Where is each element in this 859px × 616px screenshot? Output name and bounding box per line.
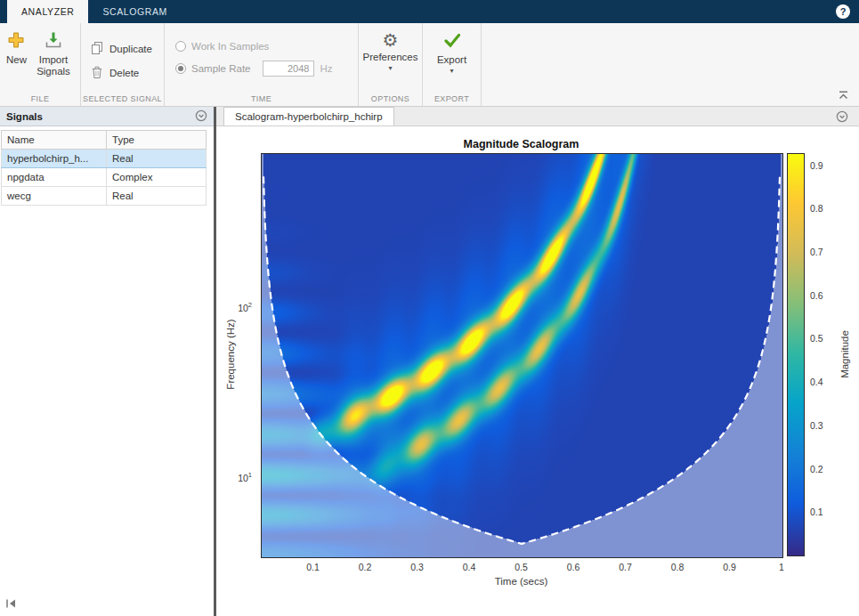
signal-name-cell[interactable]: hyperbolchirp_h... [2, 150, 107, 168]
x-tick-labels: 0.10.20.30.40.50.60.70.80.91 [261, 562, 782, 574]
sample-rate-label: Sample Rate [191, 63, 250, 74]
duplicate-button[interactable]: Duplicate [90, 41, 164, 57]
section-label-options: OPTIONS [359, 94, 422, 103]
import-arrow-icon [44, 30, 63, 53]
work-in-samples-radio[interactable] [175, 41, 186, 52]
signals-panel-header: Signals [0, 107, 214, 126]
collapse-panel-icon[interactable] [5, 598, 17, 612]
sample-rate-row: Sample Rate Hz [175, 61, 358, 77]
section-label-export: EXPORT [423, 94, 481, 103]
preferences-dropdown-icon: ▾ [388, 65, 392, 72]
y-tick-label: 101 [238, 471, 252, 483]
work-in-samples-label: Work In Samples [191, 41, 269, 52]
colorbar-tick-label: 0.5 [810, 333, 823, 344]
x-tick-label: 0.3 [410, 562, 424, 572]
work-in-samples-row: Work In Samples [175, 41, 358, 52]
duplicate-icon [90, 41, 104, 57]
table-row[interactable]: npgdata Complex [2, 168, 207, 187]
colorbar-label: Magnitude [839, 330, 850, 378]
colorbar-tick-label: 0.1 [810, 507, 823, 517]
signals-table-header-row: Name Type [2, 131, 207, 150]
x-axis-label: Time (secs) [261, 576, 782, 587]
x-tick-label: 0.2 [359, 562, 372, 572]
delete-button[interactable]: Delete [90, 65, 164, 81]
x-tick-label: 0.8 [671, 562, 685, 572]
colorbar-tick-label: 0.2 [810, 464, 823, 474]
toolstrip-section-time: Work In Samples Sample Rate Hz TIME [165, 23, 359, 106]
signal-type-cell[interactable]: Real [107, 150, 207, 168]
toolstrip-filler [482, 23, 859, 106]
colorbar-tick-label: 0.6 [810, 290, 823, 301]
x-tick-label: 0.4 [463, 562, 476, 572]
colorbar-tick-label: 0.9 [810, 160, 823, 171]
toolstrip-tab-bar: ANALYZER SCALOGRAM ? [0, 0, 859, 23]
table-row[interactable]: hyperbolchirp_h... Real [2, 150, 207, 168]
toolstrip-section-selected-signal: Duplicate Delete SELECTED SIGNAL [81, 23, 165, 106]
document-panel-menu-icon[interactable] [836, 110, 848, 126]
trash-icon [90, 65, 104, 81]
x-tick-label: 0.1 [306, 562, 320, 572]
section-label-selected-signal: SELECTED SIGNAL [81, 94, 164, 103]
sample-rate-radio[interactable] [175, 63, 186, 74]
plot-region: Magnitude Scalogram Frequency (Hz) 10110… [216, 126, 859, 616]
toolstrip-section-file: New Import Signals FILE [0, 23, 81, 106]
signals-panel-menu-icon[interactable] [195, 109, 207, 124]
signals-panel-title: Signals [6, 111, 43, 122]
app-window: ANALYZER SCALOGRAM ? New Import Signals [0, 0, 859, 616]
section-label-file: FILE [0, 94, 80, 103]
y-tick-labels: 101102 [216, 153, 257, 556]
colorbar-tick-label: 0.3 [810, 420, 823, 431]
section-label-time: TIME [165, 94, 358, 103]
duplicate-label: Duplicate [109, 44, 152, 54]
export-label: Export [437, 54, 466, 66]
tab-analyzer[interactable]: ANALYZER [7, 0, 88, 23]
help-button[interactable]: ? [836, 4, 850, 19]
main-area: Signals Name Type hyperbolchirp_h... Rea… [0, 107, 859, 616]
colorbar-tick-labels: 0.10.20.30.40.50.60.70.80.9 [810, 153, 840, 556]
column-header-type[interactable]: Type [107, 131, 207, 150]
tab-scalogram-document[interactable]: Scalogram-hyperbolchirp_hchirp [223, 107, 394, 126]
x-tick-label: 1 [779, 562, 784, 572]
tab-scalogram[interactable]: SCALOGRAM [88, 0, 182, 23]
preferences-label: Preferences [362, 52, 417, 63]
colorbar-tick-label: 0.4 [810, 377, 823, 387]
sample-rate-input[interactable] [263, 61, 314, 77]
collapse-toolstrip-icon[interactable] [839, 90, 848, 102]
toolstrip: New Import Signals FILE [0, 23, 859, 107]
colorbar-gradient [787, 153, 805, 556]
signals-panel: Signals Name Type hyperbolchirp_h... Rea… [0, 107, 214, 616]
x-tick-label: 0.5 [515, 562, 528, 572]
signals-table: Name Type hyperbolchirp_h... Real npgdat… [1, 130, 207, 206]
signal-type-cell[interactable]: Complex [107, 168, 207, 187]
signal-type-cell[interactable]: Real [107, 187, 207, 206]
x-tick-label: 0.6 [567, 562, 580, 572]
delete-label: Delete [109, 68, 139, 78]
new-button-label: New [6, 54, 27, 66]
colorbar-tick-label: 0.7 [810, 247, 823, 257]
column-header-name[interactable]: Name [2, 131, 107, 150]
toolstrip-section-options: ⚙ Preferences ▾ OPTIONS [359, 23, 423, 106]
plot-title: Magnitude Scalogram [261, 138, 782, 150]
check-icon [442, 30, 462, 53]
export-dropdown-icon: ▾ [450, 68, 453, 75]
signal-name-cell[interactable]: wecg [2, 187, 107, 206]
toolstrip-section-export: Export ▾ EXPORT [423, 23, 482, 106]
table-row[interactable]: wecg Real [2, 187, 207, 206]
gear-icon: ⚙ [383, 30, 399, 50]
document-panel: Scalogram-hyperbolchirp_hchirp Magnitude… [216, 107, 859, 616]
sample-rate-units-label: Hz [320, 63, 332, 74]
import-signals-label: Import Signals [33, 54, 74, 77]
colorbar-tick-label: 0.8 [810, 203, 823, 214]
document-tab-bar: Scalogram-hyperbolchirp_hchirp [216, 107, 859, 126]
scalogram-canvas[interactable] [261, 153, 783, 558]
x-tick-label: 0.9 [723, 562, 736, 572]
x-tick-label: 0.7 [619, 562, 632, 572]
new-plus-icon [6, 30, 26, 53]
y-tick-label: 102 [238, 301, 252, 313]
signal-name-cell[interactable]: npgdata [2, 168, 107, 187]
